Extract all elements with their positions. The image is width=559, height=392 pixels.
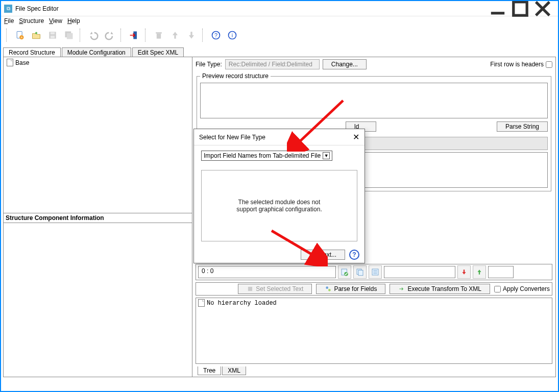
tab-record-structure[interactable]: Record Structure <box>3 47 61 57</box>
save-as-icon[interactable] <box>61 28 77 43</box>
svg-rect-27 <box>248 287 252 291</box>
main-tabs: Record Structure Module Configuration Ed… <box>1 47 558 57</box>
svg-point-28 <box>326 286 329 289</box>
menu-structure[interactable]: Structure <box>19 17 44 24</box>
app-icon: ⧉ <box>4 5 12 13</box>
module-message-1: The selected module does not <box>236 199 322 206</box>
exit-icon[interactable] <box>127 28 142 43</box>
validate-icon[interactable] <box>338 265 351 279</box>
left-pane: Base Structure Component Information <box>4 57 192 377</box>
position-display: 0 : 0 <box>198 266 336 278</box>
tree-root-label: Base <box>15 59 29 66</box>
delete-icon[interactable] <box>151 28 166 43</box>
move-up-icon[interactable] <box>167 28 183 43</box>
module-message-2: support graphical configuration. <box>236 206 322 213</box>
first-row-headers-checkbox[interactable]: First row is headers <box>490 61 552 68</box>
sci-body <box>4 223 192 377</box>
info-icon[interactable]: i <box>225 28 240 43</box>
menubar: File Structure View Help <box>1 16 558 26</box>
filetype-combo[interactable]: Import Field Names from Tab-delimited Fi… <box>201 151 332 161</box>
sample-toolbar: 0 : 0 <box>196 264 552 280</box>
filetype-label: File Type: <box>196 61 222 68</box>
filetype-row: File Type: Change... First row is header… <box>196 59 552 69</box>
tab-edit-spec-xml[interactable]: Edit Spec XML <box>132 47 184 57</box>
copy-icon[interactable] <box>353 265 367 279</box>
close-button[interactable] <box>531 2 554 16</box>
hierarchy-display: No hierarchy loaded <box>196 298 552 364</box>
open-file-icon[interactable] <box>29 28 44 43</box>
svg-text:+: + <box>20 36 22 39</box>
svg-rect-11 <box>67 33 73 39</box>
document-icon <box>198 299 205 307</box>
preview-legend: Preview record structure <box>200 72 271 80</box>
svg-text:i: i <box>232 32 233 38</box>
redo-icon[interactable] <box>102 28 117 43</box>
arrow-up-green-icon[interactable] <box>473 265 486 279</box>
minimize-button[interactable] <box>487 2 509 16</box>
dialog-title-text: Select for New File Type <box>199 134 265 141</box>
menu-view[interactable]: View <box>49 17 62 24</box>
titlebar: ⧉ File Spec Editor <box>1 1 558 16</box>
chevron-down-icon[interactable]: ▼ <box>323 152 330 159</box>
svg-rect-13 <box>157 34 161 39</box>
undo-icon[interactable] <box>86 28 101 43</box>
bottom-panel: 0 : 0 <box>196 264 552 375</box>
save-icon[interactable] <box>45 28 60 43</box>
tree-root-item[interactable]: Base <box>6 58 190 67</box>
hierarchy-text: No hierarchy loaded <box>207 300 277 307</box>
svg-rect-9 <box>51 36 55 38</box>
window-title: File Spec Editor <box>15 5 487 12</box>
menu-file[interactable]: File <box>4 17 14 24</box>
parse-string-button[interactable]: Parse String <box>497 121 548 132</box>
svg-rect-14 <box>156 32 162 33</box>
preview-box <box>200 83 548 118</box>
set-selected-text-button[interactable]: Set Selected Text <box>238 284 312 294</box>
sample-input-2[interactable] <box>488 266 514 278</box>
structure-tree[interactable]: Base <box>4 57 192 213</box>
document-icon <box>7 59 13 66</box>
dialog-titlebar: Select for New File Type ✕ <box>194 129 364 145</box>
svg-text:?: ? <box>214 32 217 38</box>
help-icon[interactable]: ? <box>208 28 224 43</box>
sample-input-1[interactable] <box>384 266 455 278</box>
dialog-close-button[interactable]: ✕ <box>353 132 359 142</box>
arrow-down-red-icon[interactable] <box>457 265 471 279</box>
maximize-button[interactable] <box>509 2 531 16</box>
next-button[interactable]: Next... <box>301 250 345 260</box>
toolbar: + ? i <box>1 26 558 45</box>
dialog-help-icon[interactable]: ? <box>349 250 359 260</box>
tab-tree[interactable]: Tree <box>198 366 221 375</box>
move-down-icon[interactable] <box>184 28 199 43</box>
svg-rect-22 <box>358 270 363 276</box>
combo-text: Import Field Names from Tab-delimited Fi… <box>204 152 321 159</box>
dialog-body: Import Field Names from Tab-delimited Fi… <box>194 145 364 247</box>
bottom-tabs: Tree XML <box>196 366 552 375</box>
change-button[interactable]: Change... <box>323 59 367 69</box>
apply-converters-checkbox[interactable]: Apply Converters <box>494 285 550 292</box>
parse-for-fields-button[interactable]: Parse for Fields <box>316 284 385 294</box>
svg-point-29 <box>328 289 331 291</box>
new-file-type-dialog: Select for New File Type ✕ Import Field … <box>193 129 365 263</box>
dialog-footer: Next... ? <box>194 247 364 263</box>
sci-header: Structure Component Information <box>4 213 192 223</box>
filetype-input <box>225 59 320 69</box>
menu-help[interactable]: Help <box>67 17 80 24</box>
execute-transform-button[interactable]: Execute Transform To XML <box>390 284 490 294</box>
tab-module-configuration[interactable]: Module Configuration <box>62 47 131 57</box>
lines-icon[interactable] <box>369 265 382 279</box>
module-config-box: The selected module does not support gra… <box>201 170 357 241</box>
svg-rect-1 <box>514 2 527 15</box>
tab-xml[interactable]: XML <box>222 366 246 375</box>
new-file-icon[interactable]: + <box>12 28 28 43</box>
svg-rect-8 <box>51 32 55 34</box>
